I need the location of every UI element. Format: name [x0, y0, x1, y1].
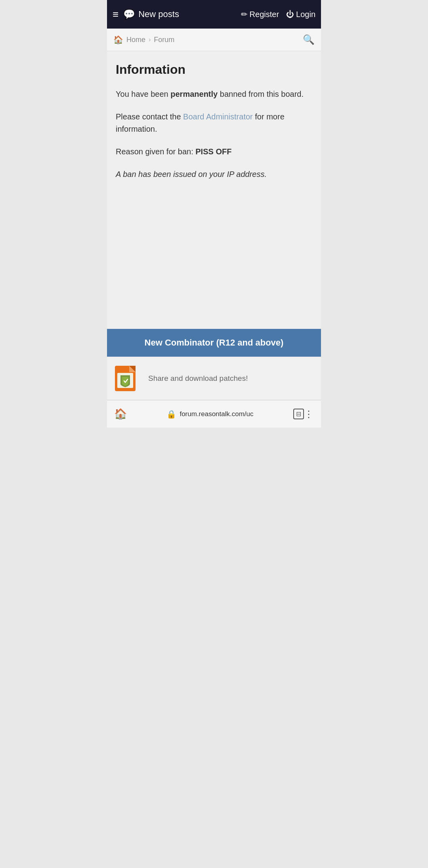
home-label[interactable]: Home — [126, 36, 145, 44]
ip-ban-notice: A ban has been issued on your IP address… — [116, 168, 312, 181]
more-options-icon[interactable]: ⋮ — [304, 409, 314, 420]
ban-message-bold: permanently — [170, 90, 218, 98]
ban-message-suffix: banned from this board. — [218, 90, 304, 98]
ban-reason-prefix: Reason given for ban: — [116, 147, 195, 156]
browser-chrome: 🏠 🔒 forum.reasontalk.com/uc ⊟ ⋮ — [107, 400, 321, 428]
new-combinator-button[interactable]: New Combinator (R12 and above) — [107, 329, 321, 357]
register-link[interactable]: ✏ Register — [241, 10, 279, 19]
forum-label[interactable]: Forum — [154, 36, 174, 44]
nav-actions: ✏ Register ⏻ Login — [241, 10, 315, 19]
url-text: forum.reasontalk.com/uc — [180, 410, 253, 418]
contact-message: Please contact the Board Administrator f… — [116, 111, 312, 135]
ban-message: You have been permanently banned from th… — [116, 88, 312, 100]
ban-message-prefix: You have been — [116, 90, 170, 98]
ban-reason-text: PISS OFF — [195, 147, 231, 156]
breadcrumb-separator: › — [149, 36, 151, 43]
search-icon[interactable]: 🔍 — [303, 34, 315, 45]
patch-icon-wrap — [113, 364, 142, 393]
card-icon[interactable]: ⊟ — [293, 409, 304, 419]
navbar: ≡ 💬 New posts ✏ Register ⏻ Login — [107, 0, 321, 29]
breadcrumb: 🏠 Home › Forum — [113, 35, 174, 44]
contact-prefix: Please contact the — [116, 112, 183, 121]
register-label: Register — [250, 10, 279, 19]
spacer — [116, 191, 312, 215]
login-icon: ⏻ — [286, 10, 294, 19]
home-browser-icon[interactable]: 🏠 — [114, 408, 127, 420]
board-administrator-link[interactable]: Board Administrator — [183, 112, 253, 121]
login-label: Login — [296, 10, 315, 19]
new-posts-label: New posts — [138, 9, 179, 19]
main-content: Information You have been permanently ba… — [107, 51, 321, 329]
forum-item[interactable]: Share and download patches! — [107, 357, 321, 400]
speech-bubble-icon: 💬 — [123, 9, 135, 20]
new-posts-nav[interactable]: 💬 New posts — [123, 9, 241, 20]
ban-reason: Reason given for ban: PISS OFF — [116, 146, 312, 158]
hamburger-menu-icon[interactable]: ≡ — [113, 8, 118, 21]
breadcrumb-bar: 🏠 Home › Forum 🔍 — [107, 29, 321, 51]
info-body: You have been permanently banned from th… — [116, 88, 312, 181]
patch-document-icon — [113, 364, 142, 393]
forum-item-description: Share and download patches! — [148, 374, 248, 383]
home-icon: 🏠 — [113, 35, 123, 44]
register-icon: ✏ — [241, 10, 248, 19]
login-link[interactable]: ⏻ Login — [286, 10, 315, 19]
lock-icon: 🔒 — [166, 409, 176, 419]
url-bar: 🔒 forum.reasontalk.com/uc — [127, 409, 293, 419]
page-title: Information — [116, 62, 312, 77]
